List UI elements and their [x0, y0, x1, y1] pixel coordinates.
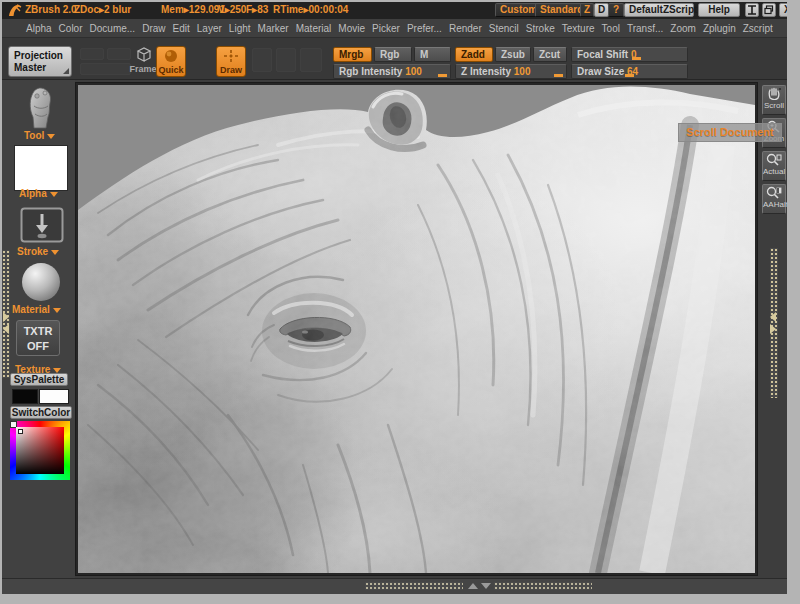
tray-arrow-down-icon[interactable] [481, 583, 491, 589]
actual-size-button[interactable]: Actual [762, 151, 786, 181]
projection-master-button[interactable]: Projection Master [8, 46, 72, 77]
syspalette-button[interactable]: SysPalette [10, 373, 68, 386]
menu-transform[interactable]: Transf... [627, 23, 663, 34]
projection-master-line1: Projection [14, 50, 71, 62]
default-zscript-button[interactable]: DefaultZScript [624, 3, 694, 17]
z-button[interactable]: Z [580, 3, 594, 17]
workspace: Tool Alpha Stroke Material TXTR OFF Text… [2, 80, 787, 578]
slider-tick[interactable] [438, 74, 447, 77]
zcut-mode-button[interactable]: Zcut [533, 47, 567, 62]
menu-tool[interactable]: Tool [602, 23, 620, 34]
stroke-palette-label[interactable]: Stroke [17, 246, 59, 257]
zbrush-logo-icon [7, 3, 22, 18]
material-sphere-preview[interactable] [22, 263, 60, 301]
collapse-interface-button[interactable] [745, 3, 759, 17]
d-button[interactable]: D [594, 3, 609, 17]
ghost-button [107, 48, 131, 60]
color-picker[interactable] [10, 421, 70, 480]
help-button[interactable]: Help [698, 3, 740, 17]
menu-preferences[interactable]: Prefer... [407, 23, 442, 34]
stroke-label-text: Stroke [17, 246, 48, 257]
txtr-line: TXTR [17, 324, 59, 339]
alpha-palette-label[interactable]: Alpha [19, 188, 58, 199]
z-intensity-slider[interactable]: Z Intensity 100 [455, 64, 567, 79]
off-line: OFF [17, 339, 59, 354]
menu-movie[interactable]: Movie [338, 23, 365, 34]
rgb-intensity-label: Rgb Intensity [339, 66, 402, 77]
secondary-color-swatch[interactable] [12, 389, 38, 404]
zadd-mode-button[interactable]: Zadd [455, 47, 493, 62]
draw-button[interactable]: Draw [216, 46, 246, 77]
slider-tick[interactable] [625, 74, 634, 77]
slider-tick[interactable] [632, 57, 641, 60]
menu-draw[interactable]: Draw [142, 23, 165, 34]
focal-shift-slider[interactable]: Focal Shift 0 [571, 47, 688, 62]
tray-arrow-right-icon[interactable] [770, 324, 776, 334]
bottom-tray-divider[interactable] [494, 582, 592, 590]
menu-color[interactable]: Color [59, 23, 83, 34]
rgb-intensity-value: 100 [405, 66, 422, 77]
menu-alpha[interactable]: Alpha [26, 23, 52, 34]
tray-arrow-left-icon[interactable] [770, 312, 776, 322]
menu-zplugin[interactable]: Zplugin [703, 23, 736, 34]
stroke-type-icon[interactable] [20, 207, 64, 243]
left-shelf: Tool Alpha Stroke Material TXTR OFF Text… [2, 80, 75, 578]
zdoc-stat[interactable]: ZDoc▸2 blur [74, 4, 131, 15]
aahalf-button[interactable]: AAHalf [762, 184, 786, 214]
tray-arrow-left-icon[interactable] [3, 324, 9, 334]
texture-off-button[interactable]: TXTR OFF [16, 320, 60, 356]
close-window-button[interactable]: X [779, 3, 787, 17]
menu-stencil[interactable]: Stencil [489, 23, 519, 34]
m-mode-button[interactable]: M [414, 47, 451, 62]
main-color-swatch[interactable] [39, 389, 69, 404]
frame-button-label[interactable]: Frame [126, 64, 160, 74]
ghost-button [252, 48, 272, 72]
scroll-button-label: Scroll [763, 101, 785, 110]
tool-palette-label[interactable]: Tool [24, 130, 55, 141]
material-palette-label[interactable]: Material [12, 304, 61, 315]
menu-picker[interactable]: Picker [372, 23, 400, 34]
menu-zoom[interactable]: Zoom [670, 23, 696, 34]
right-tray-divider[interactable] [770, 248, 778, 398]
menu-texture[interactable]: Texture [562, 23, 595, 34]
color-picker-cursor[interactable] [18, 429, 23, 434]
draw-button-label: Draw [217, 65, 245, 75]
tray-arrow-right-icon[interactable] [3, 312, 9, 322]
menu-edit[interactable]: Edit [173, 23, 190, 34]
f-stat: F▸83 [246, 4, 268, 15]
zsub-mode-button[interactable]: Zsub [495, 47, 531, 62]
menu-marker[interactable]: Marker [258, 23, 289, 34]
corner-fold-icon [63, 68, 69, 74]
menu-stroke[interactable]: Stroke [526, 23, 555, 34]
quick-button[interactable]: Quick [156, 46, 186, 77]
bottom-tray-divider[interactable] [365, 582, 463, 590]
magnifier-half-icon [766, 186, 782, 199]
slider-tick[interactable] [554, 74, 563, 77]
draw-size-slider[interactable]: Draw Size 64 [571, 64, 688, 79]
menu-material[interactable]: Material [296, 23, 332, 34]
document-canvas[interactable] [75, 82, 758, 576]
tray-arrow-up-icon[interactable] [468, 583, 478, 589]
color-picker-sv-area[interactable] [16, 427, 64, 474]
hippo-sculpt-render[interactable] [78, 85, 755, 573]
mrgb-mode-button[interactable]: Mrgb [333, 47, 372, 62]
z-intensity-label: Z Intensity [461, 66, 511, 77]
rgb-mode-button[interactable]: Rgb [374, 47, 412, 62]
alpha-swatch[interactable] [14, 145, 68, 191]
help-question-button[interactable]: ? [608, 3, 624, 17]
switchcolor-button[interactable]: SwitchColor [10, 406, 72, 419]
menu-render[interactable]: Render [449, 23, 482, 34]
bottom-bar [2, 578, 787, 594]
tool-preview-thumbnail[interactable] [24, 86, 58, 130]
menu-light[interactable]: Light [229, 23, 251, 34]
top-shelf: Projection Master Frame Quick [2, 38, 787, 80]
menu-layer[interactable]: Layer [197, 23, 222, 34]
aahalf-button-label: AAHalf [763, 200, 785, 209]
menu-zscript[interactable]: Zscript [743, 23, 773, 34]
menu-document[interactable]: Docume... [90, 23, 136, 34]
scroll-document-button[interactable]: Scroll [762, 85, 786, 115]
restore-window-button[interactable] [762, 3, 776, 17]
frame-cube-icon[interactable] [132, 46, 154, 63]
rgb-intensity-slider[interactable]: Rgb Intensity 100 [333, 64, 451, 79]
title-bar: ZBrush 2.0 ZDoc▸2 blur Mem▸129.091 V▸250… [2, 2, 787, 19]
